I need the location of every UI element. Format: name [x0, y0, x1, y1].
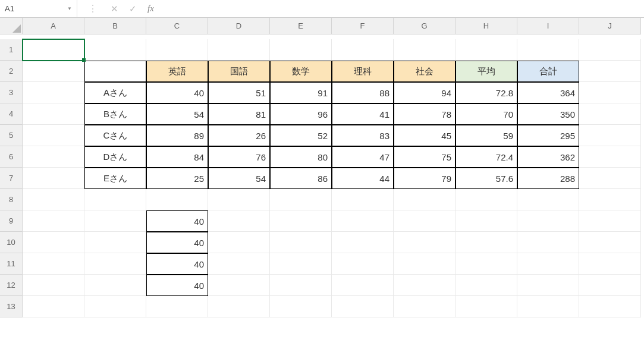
cell-D2[interactable]: 国語: [208, 61, 270, 82]
cell-A12[interactable]: [23, 275, 84, 296]
cell-G9[interactable]: [394, 210, 455, 232]
col-header-C[interactable]: C: [146, 18, 208, 34]
cell-F4[interactable]: 41: [332, 103, 394, 125]
cell-G10[interactable]: [394, 232, 455, 253]
cell-G6[interactable]: 75: [394, 146, 455, 168]
col-header-G[interactable]: G: [394, 18, 455, 34]
cell-C2[interactable]: 英語: [146, 61, 208, 82]
cell-B9[interactable]: [84, 210, 146, 232]
cell-J2[interactable]: [579, 61, 641, 82]
cell-E4[interactable]: 96: [270, 103, 332, 125]
cell-F10[interactable]: [332, 232, 394, 253]
cell-C10[interactable]: 40: [146, 232, 208, 253]
cell-B8[interactable]: [84, 189, 146, 210]
cell-B2[interactable]: [84, 61, 146, 82]
cell-B3[interactable]: Aさん: [84, 82, 146, 103]
cell-G4[interactable]: 78: [394, 103, 455, 125]
col-header-F[interactable]: F: [332, 18, 394, 34]
cell-J11[interactable]: [579, 253, 641, 275]
cell-E10[interactable]: [270, 232, 332, 253]
cell-E9[interactable]: [270, 210, 332, 232]
cell-D6[interactable]: 76: [208, 146, 270, 168]
row-header-3[interactable]: 3: [0, 82, 23, 103]
cell-J9[interactable]: [579, 210, 641, 232]
cell-I6[interactable]: 362: [517, 146, 579, 168]
cell-B4[interactable]: Bさん: [84, 103, 146, 125]
cell-A9[interactable]: [23, 210, 84, 232]
cell-J12[interactable]: [579, 275, 641, 296]
cell-C4[interactable]: 54: [146, 103, 208, 125]
name-box[interactable]: A1 ▼: [0, 0, 77, 17]
cell-D12[interactable]: [208, 275, 270, 296]
col-header-J[interactable]: J: [579, 18, 641, 34]
cell-C3[interactable]: 40: [146, 82, 208, 103]
cell-H10[interactable]: [455, 232, 517, 253]
cell-G7[interactable]: 79: [394, 168, 455, 189]
cell-D4[interactable]: 81: [208, 103, 270, 125]
row-header-12[interactable]: 12: [0, 275, 23, 296]
cell-B12[interactable]: [84, 275, 146, 296]
cell-D10[interactable]: [208, 232, 270, 253]
cell-E12[interactable]: [270, 275, 332, 296]
cell-E2[interactable]: 数学: [270, 61, 332, 82]
cell-G11[interactable]: [394, 253, 455, 275]
cell-I1[interactable]: [517, 39, 579, 61]
cell-E3[interactable]: 91: [270, 82, 332, 103]
cell-B5[interactable]: Cさん: [84, 125, 146, 146]
row-header-4[interactable]: 4: [0, 103, 23, 125]
cell-B11[interactable]: [84, 253, 146, 275]
row-header-11[interactable]: 11: [0, 253, 23, 275]
cell-F9[interactable]: [332, 210, 394, 232]
cell-C12[interactable]: 40: [146, 275, 208, 296]
cell-D5[interactable]: 26: [208, 125, 270, 146]
cell-D7[interactable]: 54: [208, 168, 270, 189]
row-header-1[interactable]: 1: [0, 39, 23, 61]
cell-C9[interactable]: 40: [146, 210, 208, 232]
cell-H8[interactable]: [455, 189, 517, 210]
cell-F8[interactable]: [332, 189, 394, 210]
cancel-icon[interactable]: ✕: [111, 4, 118, 14]
cell-D8[interactable]: [208, 189, 270, 210]
cell-A11[interactable]: [23, 253, 84, 275]
row-header-2[interactable]: 2: [0, 61, 23, 82]
cell-I13[interactable]: [517, 296, 579, 317]
cell-J1[interactable]: [579, 39, 641, 61]
row-header-9[interactable]: 9: [0, 210, 23, 232]
cell-J4[interactable]: [579, 103, 641, 125]
cell-B13[interactable]: [84, 296, 146, 317]
cell-C8[interactable]: [146, 189, 208, 210]
cell-A7[interactable]: [23, 168, 84, 189]
row-header-13[interactable]: 13: [0, 296, 23, 317]
cell-F13[interactable]: [332, 296, 394, 317]
cell-J5[interactable]: [579, 125, 641, 146]
cell-I7[interactable]: 288: [517, 168, 579, 189]
cell-A13[interactable]: [23, 296, 84, 317]
cell-H2[interactable]: 平均: [455, 61, 517, 82]
cell-H3[interactable]: 72.8: [455, 82, 517, 103]
cell-J13[interactable]: [579, 296, 641, 317]
fx-icon[interactable]: fx: [147, 4, 154, 14]
cell-A5[interactable]: [23, 125, 84, 146]
cell-H11[interactable]: [455, 253, 517, 275]
formula-input[interactable]: [165, 0, 644, 17]
cell-G2[interactable]: 社会: [394, 61, 455, 82]
cell-J10[interactable]: [579, 232, 641, 253]
cell-D13[interactable]: [208, 296, 270, 317]
cell-F5[interactable]: 83: [332, 125, 394, 146]
cell-E11[interactable]: [270, 253, 332, 275]
cell-A3[interactable]: [23, 82, 84, 103]
cell-C13[interactable]: [146, 296, 208, 317]
col-header-D[interactable]: D: [208, 18, 270, 34]
cell-I5[interactable]: 295: [517, 125, 579, 146]
cell-F3[interactable]: 88: [332, 82, 394, 103]
col-header-B[interactable]: B: [84, 18, 146, 34]
row-header-8[interactable]: 8: [0, 189, 23, 210]
cell-C5[interactable]: 89: [146, 125, 208, 146]
cell-F7[interactable]: 44: [332, 168, 394, 189]
cell-J8[interactable]: [579, 189, 641, 210]
cell-J3[interactable]: [579, 82, 641, 103]
cell-G12[interactable]: [394, 275, 455, 296]
cell-I9[interactable]: [517, 210, 579, 232]
cell-A1[interactable]: [23, 39, 84, 61]
cell-E8[interactable]: [270, 189, 332, 210]
